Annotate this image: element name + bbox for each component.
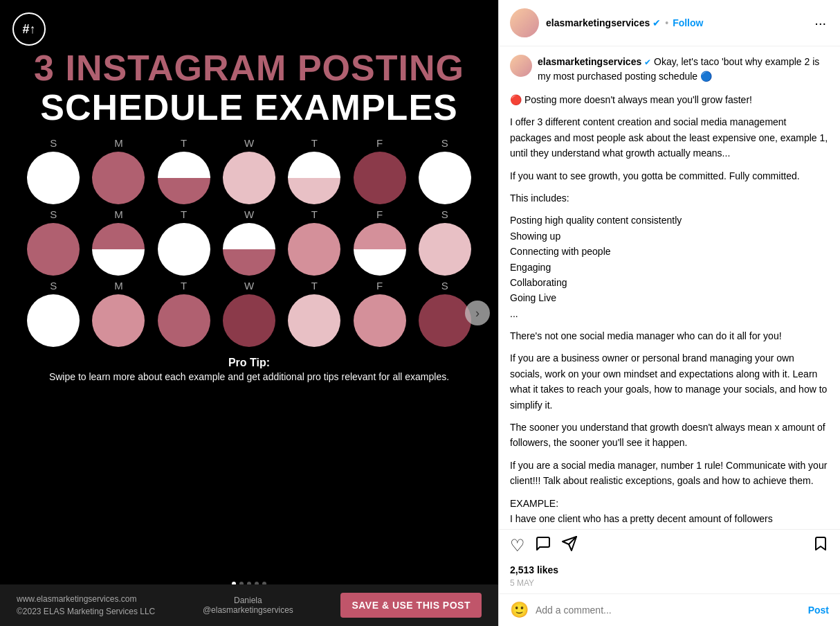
dot-separator: • xyxy=(665,17,668,28)
circle-3-4 xyxy=(223,294,275,347)
circle-2-2 xyxy=(92,223,145,276)
more-options-button[interactable]: ··· xyxy=(812,15,829,31)
caption-p10: EXAMPLE:I have one client who has a pret… xyxy=(510,496,829,527)
comment-button[interactable] xyxy=(535,535,551,556)
pro-tip: Pro Tip: Swipe to learn more about each … xyxy=(21,357,477,384)
footer-copyright: ©2023 ELAS Marketing Services LLC xyxy=(17,605,155,618)
week-row-2: S M T W T F S xyxy=(21,208,477,276)
post-comment-button[interactable]: Post xyxy=(808,605,829,616)
add-comment-row: 🙂 Post xyxy=(499,593,840,626)
caption-p7: If you are a business owner or personal … xyxy=(510,350,829,413)
circle-3-1 xyxy=(27,294,80,347)
schedule-grid: S M T W T F S S M T xyxy=(0,137,498,351)
day-s5: S xyxy=(26,280,81,292)
share-button[interactable] xyxy=(561,535,578,556)
left-panel: #↑ 3 INSTAGRAM POSTING SCHEDULE EXAMPLES… xyxy=(0,0,498,626)
circle-2-1 xyxy=(27,223,80,276)
circle-1-7 xyxy=(419,152,471,204)
caption-username[interactable]: elasmarketingservices xyxy=(538,56,641,67)
caption-p1: 🔴 Posting more doesn't always mean you'l… xyxy=(510,92,829,107)
day-t2: T xyxy=(286,137,342,149)
title-line1: 3 INSTAGRAM POSTING xyxy=(34,48,464,88)
day-t4: T xyxy=(286,208,342,220)
comment-input[interactable] xyxy=(536,605,808,616)
actions-row: ♡ xyxy=(499,529,840,562)
circle-3-7 xyxy=(419,294,471,347)
likes-count: 2,513 likes xyxy=(499,562,840,577)
post-date: 5 MAY xyxy=(499,577,840,593)
circle-3-6 xyxy=(354,294,406,347)
caption-p4: This includes: xyxy=(510,190,829,206)
day-s1: S xyxy=(26,137,81,149)
day-m2: M xyxy=(91,208,146,220)
day-t3: T xyxy=(156,208,212,220)
day-w3: W xyxy=(221,280,277,292)
day-m3: M xyxy=(91,280,146,292)
footer-bar: www.elasmarketingservices.com ©2023 ELAS… xyxy=(0,584,498,626)
caption-p9: If you are a social media manager, numbe… xyxy=(510,458,829,489)
circle-2-4 xyxy=(223,223,275,276)
circles-row-2 xyxy=(21,223,477,276)
day-w1: W xyxy=(221,137,277,149)
caption-p2: I offer 3 different content creation and… xyxy=(510,114,829,161)
circles-row-3 xyxy=(21,294,477,347)
day-m1: M xyxy=(91,137,146,149)
circle-1-6 xyxy=(354,152,406,204)
day-s4: S xyxy=(417,208,473,220)
post-body: elasmarketingservices ✔ Okay, let's taco… xyxy=(499,46,840,529)
caption-avatar xyxy=(510,55,532,77)
pro-tip-title: Pro Tip: xyxy=(49,357,449,369)
day-labels-1: S M T W T F S xyxy=(21,137,477,149)
day-labels-2: S M T W T F S xyxy=(21,208,477,220)
day-s2: S xyxy=(417,137,473,149)
emoji-button[interactable]: 🙂 xyxy=(510,601,529,619)
circle-1-2 xyxy=(92,152,145,204)
avatar xyxy=(510,8,539,37)
circle-1-3 xyxy=(158,152,210,204)
day-f1: F xyxy=(352,137,408,149)
save-use-button[interactable]: SAVE & USE THIS POST xyxy=(340,593,482,618)
day-t5: T xyxy=(156,280,212,292)
circle-3-2 xyxy=(92,294,145,347)
post-header: elasmarketingservices ✔ • Follow ··· xyxy=(499,0,840,46)
caption-paragraphs: 🔴 Posting more doesn't always mean you'l… xyxy=(510,92,829,526)
day-w2: W xyxy=(221,208,277,220)
next-button[interactable]: › xyxy=(465,301,490,325)
header-username[interactable]: elasmarketingservices xyxy=(546,17,650,28)
circle-3-3 xyxy=(158,294,210,347)
circle-2-3 xyxy=(158,223,210,276)
circle-2-5 xyxy=(288,223,340,276)
logo-icon: #↑ xyxy=(12,12,46,46)
like-button[interactable]: ♡ xyxy=(510,536,525,555)
week-row-3: S M T W T F S xyxy=(21,280,477,347)
caption-author-row: elasmarketingservices ✔ Okay, let's taco… xyxy=(510,55,829,84)
caption-content: elasmarketingservices ✔ Okay, let's taco… xyxy=(538,55,829,84)
day-f3: F xyxy=(352,280,408,292)
footer-name: Daniela xyxy=(203,596,293,605)
bookmark-button[interactable] xyxy=(812,535,829,556)
day-t6: T xyxy=(286,280,342,292)
circle-1-5 xyxy=(288,152,340,204)
circle-2-6 xyxy=(354,223,406,276)
day-s6: S xyxy=(417,280,473,292)
caption-p8: The sooner you understand that growth do… xyxy=(510,420,829,451)
verified-icon: ✔ xyxy=(652,17,661,28)
title-line2: SCHEDULE EXAMPLES xyxy=(34,88,464,127)
caption-p5: Posting high quality content consistentl… xyxy=(510,213,829,321)
footer-handle: @elasmarketingservices xyxy=(203,605,293,615)
footer-center: Daniela @elasmarketingservices xyxy=(203,596,293,615)
header-info: elasmarketingservices ✔ • Follow xyxy=(546,17,812,28)
follow-button[interactable]: Follow xyxy=(673,17,703,28)
day-s3: S xyxy=(26,208,81,220)
caption-p6: There's not one social media manager who… xyxy=(510,328,829,343)
day-t1: T xyxy=(156,137,212,149)
footer-left: www.elasmarketingservices.com ©2023 ELAS… xyxy=(17,593,155,618)
week-row-1: S M T W T F S xyxy=(21,137,477,204)
circle-3-5 xyxy=(288,294,340,347)
circle-1-1 xyxy=(27,152,80,204)
caption-p3: If you want to see growth, you gotta be … xyxy=(510,168,829,184)
username-row: elasmarketingservices ✔ • Follow xyxy=(546,17,812,28)
circles-row-1 xyxy=(21,152,477,204)
pro-tip-text: Swipe to learn more about each example a… xyxy=(49,370,449,384)
day-labels-3: S M T W T F S xyxy=(21,280,477,292)
